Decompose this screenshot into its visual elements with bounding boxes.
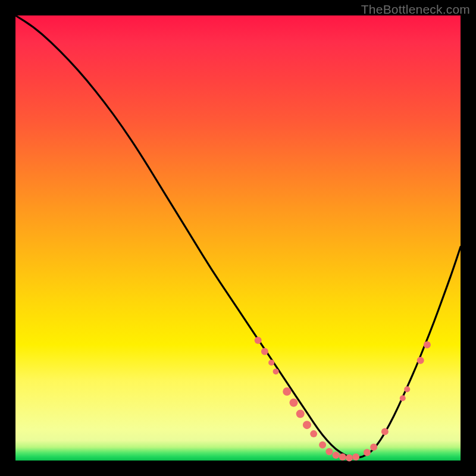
chart-marker — [404, 386, 410, 392]
bottleneck-curve — [15, 15, 461, 458]
chart-marker — [296, 409, 305, 418]
chart-marker — [346, 455, 353, 462]
chart-marker — [273, 368, 279, 374]
chart-marker — [333, 452, 340, 459]
chart-marker — [364, 449, 371, 456]
chart-markers — [255, 337, 431, 461]
chart-marker — [352, 453, 359, 461]
chart-marker — [290, 399, 298, 407]
chart-marker — [339, 453, 346, 461]
chart-marker — [325, 448, 333, 455]
chart-frame — [15, 15, 461, 461]
chart-marker — [283, 387, 291, 396]
chart-marker — [319, 441, 326, 449]
chart-marker — [303, 421, 311, 429]
chart-marker — [400, 395, 406, 401]
watermark-text: TheBottleneck.com — [361, 2, 470, 17]
chart-marker — [255, 337, 262, 344]
chart-svg — [15, 15, 461, 461]
chart-marker — [370, 444, 377, 451]
chart-marker — [268, 359, 274, 365]
chart-marker — [381, 428, 389, 435]
chart-marker — [424, 342, 431, 349]
chart-marker — [261, 348, 268, 355]
chart-marker — [417, 357, 424, 364]
chart-marker — [310, 430, 317, 437]
